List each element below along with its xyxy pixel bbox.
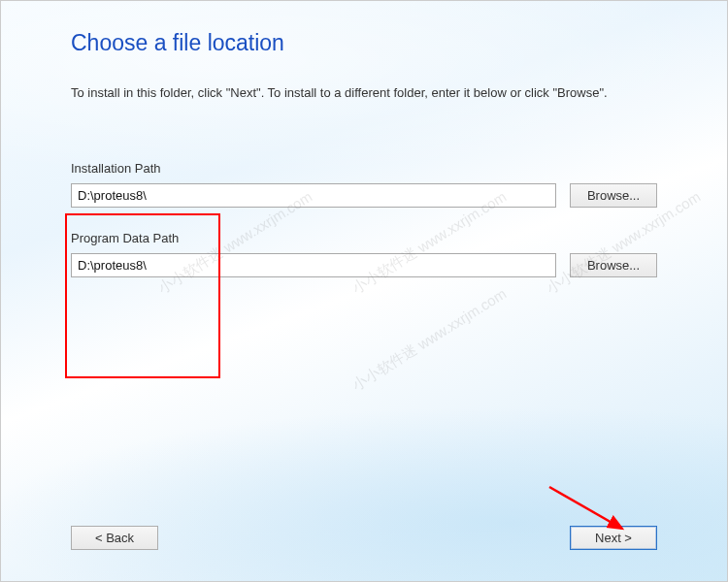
instruction-text: To install in this folder, click "Next".… — [71, 83, 657, 103]
next-button[interactable]: Next > — [570, 526, 657, 550]
page-title: Choose a file location — [71, 30, 657, 56]
svg-line-0 — [549, 487, 622, 529]
install-path-group: Installation Path Browse... — [71, 161, 657, 208]
install-path-input[interactable] — [71, 183, 556, 208]
install-path-label: Installation Path — [71, 161, 657, 176]
back-button[interactable]: < Back — [71, 526, 158, 550]
watermark-text: 小小软件迷 www.xxrjm.com — [349, 285, 511, 395]
data-path-group: Program Data Path Browse... — [71, 231, 657, 277]
install-path-browse-button[interactable]: Browse... — [570, 183, 657, 208]
data-path-input[interactable] — [71, 253, 556, 277]
data-path-label: Program Data Path — [71, 231, 657, 245]
data-path-browse-button[interactable]: Browse... — [570, 253, 657, 277]
